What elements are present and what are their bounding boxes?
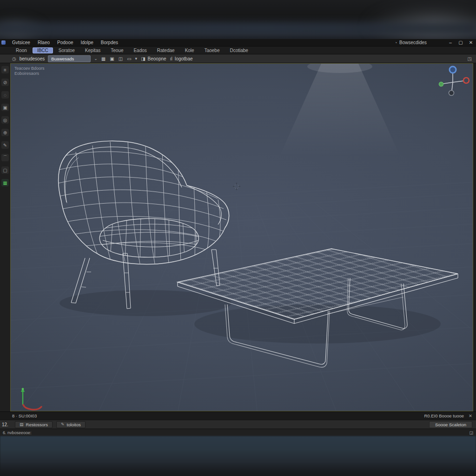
menu-render[interactable]: Podooe xyxy=(53,40,77,45)
footer-status-text: 6. nvboseeooe: xyxy=(3,430,32,435)
cube-add-tool-icon[interactable]: ▢ xyxy=(1,166,9,174)
tab-roon[interactable]: Roon xyxy=(11,47,32,53)
chair-shadow xyxy=(60,290,231,316)
timeline-bar: 8 · SU:00I03 R0.EI0 Boooe tuooe ✕ xyxy=(0,411,476,420)
camera-tool-icon[interactable]: ▦ xyxy=(1,179,9,186)
menubar: Gvtsicee Rlaeo Podooe Idolpe Borpdes ◔ B… xyxy=(0,39,476,46)
tab-soratoe[interactable]: Soratoe xyxy=(54,47,79,53)
iogotbae-button[interactable]: ıl Iogotbae xyxy=(170,56,193,61)
app-window: Gvtsicee Rlaeo Podooe Idolpe Borpdes ◔ B… xyxy=(0,0,476,476)
toloitos-tab[interactable]: ✎ toloitos xyxy=(56,421,86,428)
panel-icon: ▤ xyxy=(20,422,24,427)
panes-icon[interactable]: ◫ xyxy=(118,56,123,61)
3d-viewport[interactable]: Teacoev Bdoors Eoboiresaors xyxy=(10,63,473,411)
gizmo-down xyxy=(449,91,454,96)
caret-down-icon[interactable]: ▾ xyxy=(135,56,138,61)
rotate-tool-icon[interactable]: ◎ xyxy=(1,116,9,124)
tab-ratedae[interactable]: Ratedae xyxy=(152,47,179,53)
scaleton-button[interactable]: Soooe Scaleton xyxy=(429,421,472,428)
select-tool-icon[interactable]: ≡ xyxy=(1,66,9,73)
toloitos-label: toloitos xyxy=(67,422,81,427)
iogotbae-label: Iogotbae xyxy=(175,56,193,61)
backdrop-vignette xyxy=(0,462,476,476)
half-square-icon: ◨ xyxy=(140,56,145,61)
clock-label: 12. xyxy=(2,422,11,427)
tab-ibcc-active[interactable]: IBCC xyxy=(33,47,53,53)
menu-window[interactable]: Idolpe xyxy=(77,40,97,45)
restossors-tab[interactable]: ▤ Restossors xyxy=(15,421,53,428)
menu-help[interactable]: Borpdes xyxy=(97,40,122,45)
window-title-text: Bowsecdides xyxy=(399,40,427,45)
beoopne-button[interactable]: ◨ Beoopne xyxy=(140,56,166,61)
3d-cursor xyxy=(233,183,240,190)
footer-corner-icon[interactable]: ◲ xyxy=(469,430,473,435)
minimize-button[interactable]: – xyxy=(445,40,456,45)
tab-dcotiabe[interactable]: Dcotiabe xyxy=(225,47,252,53)
restossors-label: Restossors xyxy=(26,422,48,427)
menu-edit[interactable]: Rlaeo xyxy=(34,40,53,45)
mode-dropdown[interactable]: Buawesads xyxy=(48,55,91,62)
footer-statusbar: 6. nvboseeooe: ◲ xyxy=(0,429,476,436)
spotlight-cone xyxy=(279,64,400,157)
tab-eados[interactable]: Eados xyxy=(129,47,151,53)
gizmo-x-red xyxy=(463,78,469,83)
maximize-button[interactable]: ▢ xyxy=(456,40,466,45)
display-icon[interactable]: ▭ xyxy=(126,56,132,61)
gizmo-z-blue xyxy=(450,66,456,73)
beoopne-label: Beoopne xyxy=(148,56,166,61)
main-area: ≡ ⊘ ◌ ▣ ◎ ⊕ ✎ ⌒ ▢ ▦ xyxy=(0,63,476,411)
pen-icon: ✎ xyxy=(61,422,65,427)
menu-file[interactable]: Gvtsicee xyxy=(8,40,34,45)
backdrop-band xyxy=(0,23,476,33)
viewport-scene xyxy=(11,64,473,411)
box-tool-icon[interactable]: ▣ xyxy=(1,104,9,111)
chevron-down-icon[interactable]: ⌄ xyxy=(94,56,98,61)
measure-tool-icon[interactable]: ⌒ xyxy=(1,154,9,161)
timeline-marker: 8 xyxy=(12,413,14,418)
window-title: ◔ Bowsecdides xyxy=(395,40,427,45)
viewport-overlay-text: Teacoev Bdoors Eoboiresaors xyxy=(14,66,45,76)
blurred-backdrop-top xyxy=(0,0,476,39)
annotate-tool-icon[interactable]: ✎ xyxy=(1,141,9,149)
mini-axis-indicator xyxy=(21,388,41,410)
tab-kepitas[interactable]: Kepitas xyxy=(80,47,105,53)
image-icon[interactable]: ▣ xyxy=(109,56,114,61)
viewport-header: ◷ benudesoes Buawesads ⌄ ▦ ▣ ◫ ▭ ▾ ◨ Beo… xyxy=(0,54,476,63)
viewport-overlay-line2: Eoboiresaors xyxy=(14,71,45,76)
tool-rail: ≡ ⊘ ◌ ▣ ◎ ⊕ ✎ ⌒ ▢ ▦ xyxy=(0,63,10,411)
status-icon: ◔ xyxy=(395,40,397,45)
tab-teoue[interactable]: Teoue xyxy=(106,47,128,53)
blurred-backdrop-bottom xyxy=(0,436,476,476)
viewport-overlay-line1: Teacoev Bdoors xyxy=(14,66,45,71)
transform-tool-icon[interactable]: ⊕ xyxy=(1,129,9,136)
timeline-time: · SU:00I03 xyxy=(16,413,37,418)
status-row: 12. ▤ Restossors ✎ toloitos Soooe Scalet… xyxy=(0,420,476,429)
gizmo-green xyxy=(439,82,443,86)
magnet-icon: ıl xyxy=(170,56,173,61)
workspace-tabbar: Roon IBCC Soratoe Kepitas Teoue Eados Ra… xyxy=(0,46,476,54)
editor-corner-icon[interactable]: ◳ xyxy=(467,56,472,61)
right-edge-strip xyxy=(473,63,476,411)
close-button[interactable]: ✕ xyxy=(466,40,476,45)
tweak-tool-icon[interactable]: ⊘ xyxy=(1,79,9,86)
grid-icon[interactable]: ▦ xyxy=(101,56,106,61)
timeline-close-icon[interactable]: ✕ xyxy=(469,413,472,418)
tab-kole[interactable]: Kole xyxy=(180,47,199,53)
lasso-tool-icon[interactable]: ◌ xyxy=(1,91,9,99)
mode-label[interactable]: benudesoes xyxy=(20,56,45,61)
app-logo-icon[interactable] xyxy=(1,40,6,45)
mode-icon: ◷ xyxy=(12,56,16,61)
tab-taoebe[interactable]: Taoebe xyxy=(200,47,225,53)
timeline-right-label: R0.EI0 Boooe tuooe xyxy=(424,413,464,418)
axis-gizmo[interactable] xyxy=(439,66,469,96)
